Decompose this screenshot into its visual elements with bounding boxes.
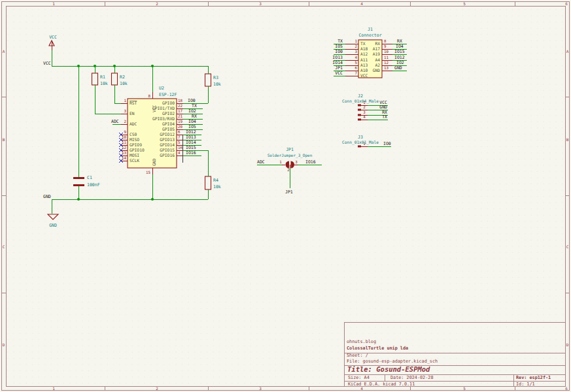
pin-number[interactable]: 3 xyxy=(124,109,127,113)
pin-number[interactable]: 22 xyxy=(178,104,182,108)
pin-name[interactable]: GPIO4 xyxy=(162,122,175,126)
pin-number[interactable]: 4 xyxy=(363,115,366,119)
net-label-gnd[interactable]: GND xyxy=(43,194,51,199)
net-label[interactable]: IO12 xyxy=(394,55,405,60)
net-label[interactable]: IO0 xyxy=(383,141,391,146)
pin-number[interactable]: 10 xyxy=(384,50,389,54)
net-label[interactable]: IO2 xyxy=(188,108,196,114)
pin-name[interactable]: GPIO13 xyxy=(160,137,175,142)
pin-name[interactable]: SCLK xyxy=(130,158,139,163)
net-label[interactable]: TX xyxy=(192,103,197,108)
value-r2[interactable]: 10k xyxy=(120,81,128,86)
net-label[interactable]: IO5 xyxy=(335,44,343,49)
pin-number[interactable]: 8 xyxy=(148,94,151,98)
pin-number[interactable]: 4 xyxy=(178,151,181,155)
pin-number[interactable]: 1 xyxy=(363,101,366,105)
net-label-jp1[interactable]: JP1 xyxy=(285,189,293,195)
net-label-adc[interactable]: ADC xyxy=(257,159,265,165)
value-c1[interactable]: 100nF xyxy=(87,182,100,188)
net-label[interactable]: TX xyxy=(337,39,343,44)
pin-name[interactable]: A10 xyxy=(360,68,368,73)
pin-name[interactable]: GPIO16 xyxy=(160,153,175,157)
ref-r4[interactable]: R4 xyxy=(213,178,218,183)
junction-dot[interactable] xyxy=(77,65,80,67)
ref-r1[interactable]: R1 xyxy=(100,74,105,80)
pin-name[interactable]: GPIO15 xyxy=(160,148,175,152)
pin-number[interactable]: 1 xyxy=(124,99,127,103)
pin-name[interactable]: VCC xyxy=(360,73,368,78)
pin-number[interactable]: 15 xyxy=(146,171,150,174)
male-pin-tab[interactable] xyxy=(358,146,361,148)
pin-name[interactable]: A19 xyxy=(373,52,381,56)
pin-number[interactable]: 10 xyxy=(122,135,126,139)
pin-name[interactable]: CS0 xyxy=(130,132,137,137)
pin-name[interactable]: A11 xyxy=(360,57,368,62)
junction-dot[interactable] xyxy=(151,65,154,67)
pin-number[interactable]: 5 xyxy=(355,61,358,65)
pin-number[interactable]: 12 xyxy=(384,61,389,65)
ref-r2[interactable]: R2 xyxy=(120,74,125,80)
pin-name[interactable]: GPIO14 xyxy=(160,142,175,147)
pin-number[interactable]: 5 xyxy=(178,140,181,144)
value-r3[interactable]: 10k xyxy=(213,82,221,87)
capacitor-plate[interactable] xyxy=(73,177,84,179)
pin-name[interactable]: GPIO10 xyxy=(130,148,145,152)
pin-number[interactable]: 11 xyxy=(122,140,126,144)
pin-number[interactable]: 7 xyxy=(178,135,181,139)
pin-number[interactable]: 1 xyxy=(355,39,358,43)
male-pin-tab[interactable] xyxy=(358,114,361,116)
power-label-vcc[interactable]: VCC xyxy=(49,35,57,40)
junction-dot[interactable] xyxy=(113,65,116,67)
ref-u2[interactable]: U2 xyxy=(159,86,164,91)
value-jp1[interactable]: SolderJumper_3_Open xyxy=(268,153,313,158)
pin-number[interactable]: 8 xyxy=(384,39,387,43)
net-label[interactable]: IO13 xyxy=(332,55,343,60)
net-label[interactable]: IO14 xyxy=(186,140,196,145)
value-j2[interactable]: Conn_01x04_Male xyxy=(342,99,379,104)
pin-number[interactable]: 16 xyxy=(178,146,182,150)
net-label[interactable]: IO14 xyxy=(332,60,343,65)
pin-number[interactable]: 2 xyxy=(363,105,366,109)
pin-number[interactable]: 9 xyxy=(124,130,127,134)
pin-number[interactable]: 20 xyxy=(178,125,182,129)
pin-number[interactable]: 2 xyxy=(124,120,127,123)
net-label[interactable]: IO16 xyxy=(305,159,316,165)
pin-name[interactable]: GND xyxy=(152,158,156,166)
net-label[interactable]: IO5 xyxy=(188,124,196,129)
pin-number[interactable]: 1 xyxy=(279,160,282,164)
power-label-gnd[interactable]: GND xyxy=(49,223,57,228)
ref-c1[interactable]: C1 xyxy=(87,175,92,180)
net-label-adc[interactable]: ADC xyxy=(111,119,119,124)
male-pin-tab[interactable] xyxy=(358,109,361,111)
net-label[interactable]: JP1 xyxy=(335,65,343,71)
net-label[interactable]: IO12 xyxy=(186,129,196,135)
pin-number[interactable]: 4 xyxy=(355,56,358,59)
junction-dot[interactable] xyxy=(151,198,154,201)
pin-number[interactable]: 6 xyxy=(178,130,181,134)
pin-number[interactable]: 9 xyxy=(384,44,387,48)
junction-dot[interactable] xyxy=(77,198,80,201)
pin-number[interactable]: 3 xyxy=(363,110,366,114)
kicad-schematic-canvas[interactable]: 112233445566AABBCCDDohnuts.blogColossalT… xyxy=(0,0,571,392)
male-pin-tab[interactable] xyxy=(358,105,361,106)
pin-number[interactable]: 19 xyxy=(178,120,182,123)
male-pin-tab[interactable] xyxy=(358,119,361,121)
value-j1[interactable]: Connector xyxy=(358,33,381,38)
pin-number[interactable]: 3 xyxy=(295,160,298,164)
net-label[interactable]: VCC xyxy=(335,71,343,76)
pin-number[interactable]: 7 xyxy=(355,71,358,75)
pin-name[interactable]: A4 xyxy=(375,57,380,62)
net-label[interactable]: IO0 xyxy=(188,98,196,103)
net-label[interactable]: IO13 xyxy=(186,135,196,140)
pin-number[interactable]: 6 xyxy=(355,66,358,70)
pin-name[interactable]: A2 xyxy=(375,63,380,67)
pin-number[interactable]: 18 xyxy=(178,99,182,103)
value-r4[interactable]: 10k xyxy=(213,184,221,189)
pin-name[interactable]: GPIO12 xyxy=(160,132,175,137)
pin-name[interactable]: A18 xyxy=(360,46,368,51)
pin-number[interactable]: 3 xyxy=(355,50,358,54)
net-label[interactable]: IO15 xyxy=(394,49,405,54)
pin-number[interactable]: 2 xyxy=(355,44,358,48)
ref-j3[interactable]: J3 xyxy=(358,135,363,140)
pin-number[interactable]: 11 xyxy=(384,56,389,59)
